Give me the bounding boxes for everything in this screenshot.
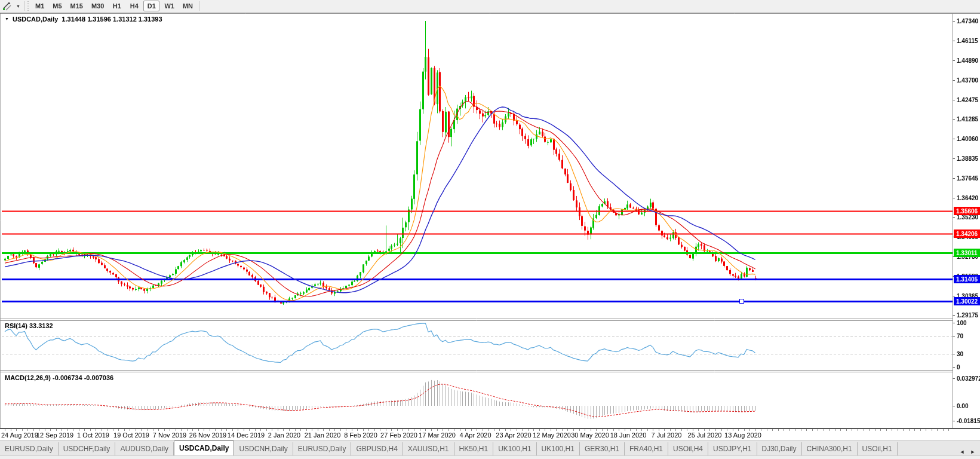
timeframe-buttons: M1M5M15M30H1H4D1W1MN [31,1,197,11]
toolbar-separator [199,1,199,11]
timeframe-button-w1[interactable]: W1 [161,1,178,11]
timeframe-button-h4[interactable]: H4 [126,1,142,11]
chart-collapse-icon[interactable]: ▼ [5,17,9,21]
timeframe-toolbar: ▼ M1M5M15M30H1H4D1W1MN [0,0,980,13]
mt4-window: ▼ M1M5M15M30H1H4D1W1MN ▼ USDCAD,Daily 1.… [0,0,980,459]
trendline-tool-glyph [2,1,12,11]
chart-tab-usoil-h4[interactable]: USOil,H4 [668,442,708,455]
tab-scroll-right-icon[interactable]: ► [968,447,978,457]
chart-tab-xauusd-h1[interactable]: XAUUSD,H1 [403,442,454,455]
toolbar-separator [24,1,24,11]
chart-tab-dj30-daily[interactable]: DJ30,Daily [757,442,802,455]
macd-indicator-label: MACD(12,26,9) -0.006734 -0.007036 [5,374,113,381]
timeframe-button-m1[interactable]: M1 [32,1,48,11]
timeframe-button-m30[interactable]: M30 [88,1,107,11]
chart-tab-usoil-h1[interactable]: USOil,H1 [858,442,898,455]
timeframe-button-mn[interactable]: MN [179,1,196,11]
chart-tab-usdcnh-daily[interactable]: USDCNH,Daily [234,442,293,455]
chart-tab-hk50-h1[interactable]: HK50,H1 [454,442,494,455]
chart-tab-eurusd-daily[interactable]: EURUSD,Daily [293,442,352,455]
timeframe-button-m15[interactable]: M15 [67,1,87,11]
tab-scroll-controls: ◄ ► [957,447,978,457]
timeframe-button-m5[interactable]: M5 [49,1,65,11]
chart-tab-uk100-h1[interactable]: UK100,H1 [537,442,580,455]
chart-tab-ger30-h1[interactable]: GER30,H1 [580,442,625,455]
chart-tab-usdchf-daily[interactable]: USDCHF,Daily [59,442,116,455]
timeframe-button-h1[interactable]: H1 [109,1,125,11]
chart-tab-usdjpy-h1[interactable]: USDJPY,H1 [708,442,757,455]
timeframe-button-d1[interactable]: D1 [143,1,159,11]
chart-tab-eurusd-daily[interactable]: EURUSD,Daily [0,442,59,455]
chart-tab-fra40-h1[interactable]: FRA40,H1 [625,442,668,455]
chart-tab-usdcad-daily[interactable]: USDCAD,Daily [174,440,234,455]
chart-tab-uk100-h1[interactable]: UK100,H1 [493,442,536,455]
status-bar [0,455,980,459]
tab-scroll-left-icon[interactable]: ◄ [957,447,967,457]
rsi-indicator-label: RSI(14) 33.3132 [5,322,53,329]
tool-dropdown-icon[interactable]: ▼ [14,1,22,12]
trendline-tool-icon[interactable] [0,1,14,12]
chart-symbol-period: USDCAD,Daily [13,16,58,23]
chart-tab-bar: EURUSD,DailyUSDCHF,DailyAUDUSD,DailyUSDC… [0,440,980,455]
chart-tab-china300-h1[interactable]: CHINA300,H1 [802,442,858,455]
chart-tab-gbpusd-h4[interactable]: GBPUSD,H4 [351,442,403,455]
chart-tab-audusd-daily[interactable]: AUDUSD,Daily [115,442,174,455]
price-chart-canvas[interactable] [0,0,980,442]
toolbar-grip[interactable] [27,1,29,11]
chart-title: ▼ USDCAD,Daily 1.31448 1.31596 1.31312 1… [5,16,162,23]
chart-ohlc-values: 1.31448 1.31596 1.31312 1.31393 [62,16,162,23]
